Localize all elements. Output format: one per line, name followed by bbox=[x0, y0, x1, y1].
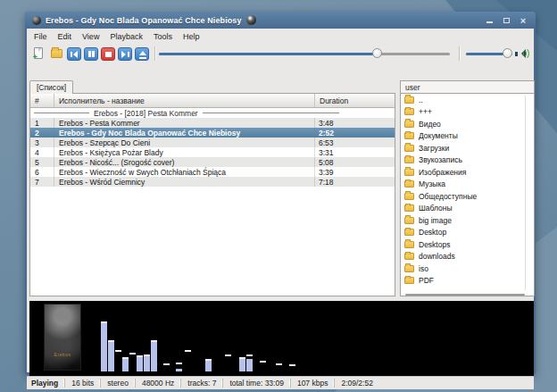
eject-button[interactable] bbox=[135, 47, 149, 61]
track-row-3[interactable]: 3Erebos - Szepcąc Do Cieni6:53 bbox=[30, 138, 395, 147]
file-browser-hscrollbar[interactable] bbox=[405, 294, 525, 296]
track-rows: 1Erebos - Pesta Kommer3:482Erebos - Gdy … bbox=[30, 118, 395, 187]
menu-tools[interactable]: Tools bbox=[154, 30, 180, 43]
next-track-button[interactable] bbox=[118, 47, 132, 61]
visualization-panel[interactable]: Erebos bbox=[29, 301, 534, 376]
file-browser-header[interactable]: user bbox=[400, 80, 535, 94]
column-number[interactable]: # bbox=[30, 94, 54, 107]
column-artist-title[interactable]: Исполнитель - название bbox=[54, 94, 315, 107]
folder-icon bbox=[404, 241, 414, 248]
folder-item[interactable]: .. bbox=[401, 94, 534, 106]
file-browser-scrollbar-track[interactable] bbox=[525, 96, 526, 290]
status-item: 16 bits bbox=[64, 379, 100, 388]
folder-label: Видео bbox=[419, 120, 441, 129]
folder-item[interactable]: +++ bbox=[401, 106, 534, 119]
spectrum-peak-cap bbox=[144, 354, 150, 356]
playlist-header[interactable]: # Исполнитель - название Duration bbox=[30, 94, 395, 108]
toolbar-separator bbox=[459, 46, 460, 61]
titlebar[interactable]: Erebos - Gdy Noc Blada Opanować Chce Nie… bbox=[25, 12, 536, 29]
playlist-tab[interactable]: [Список] bbox=[29, 80, 73, 94]
spectrum-bar bbox=[205, 361, 212, 371]
track-row-5[interactable]: 5Erebos - Nicość... (Srogość cover)5:08 bbox=[30, 157, 395, 167]
folder-label: Изображения bbox=[419, 168, 466, 177]
minimize-button[interactable] bbox=[485, 16, 494, 25]
menu-help[interactable]: Help bbox=[183, 30, 208, 43]
folder-icon bbox=[404, 265, 414, 272]
status-item: stereo bbox=[100, 379, 135, 388]
folder-item[interactable]: PDF bbox=[401, 275, 534, 288]
folder-item[interactable]: Документы bbox=[401, 130, 534, 143]
folder-icon bbox=[404, 108, 414, 115]
track-row-2[interactable]: 2Erebos - Gdy Noc Blada Opanować Chce Ni… bbox=[30, 128, 395, 138]
toolbar-separator bbox=[154, 46, 155, 61]
folder-item[interactable]: Загрузки bbox=[401, 142, 534, 154]
open-folder-icon bbox=[51, 49, 62, 58]
spectrum-peak-cap bbox=[122, 357, 129, 359]
folder-item[interactable]: Видео bbox=[401, 118, 534, 130]
menu-view[interactable]: View bbox=[82, 30, 107, 43]
folder-item[interactable]: Музыка bbox=[401, 179, 534, 191]
status-item: 48000 Hz bbox=[135, 379, 180, 388]
folder-item[interactable]: downloads bbox=[401, 251, 534, 263]
menu-edit[interactable]: Edit bbox=[58, 30, 80, 43]
open-folder-button[interactable] bbox=[49, 46, 64, 61]
volume-handle[interactable] bbox=[503, 48, 512, 58]
folder-label: iso bbox=[419, 264, 428, 273]
file-browser-list: ..+++ВидеоДокументыЗагрузкиЗвукозаписьИз… bbox=[400, 94, 535, 296]
spectrum-bar bbox=[151, 342, 157, 371]
folder-item[interactable]: Общедоступные bbox=[401, 190, 534, 203]
menu-file[interactable]: File bbox=[34, 30, 55, 43]
folder-item[interactable]: Desktop bbox=[401, 227, 534, 239]
menu-playback[interactable]: Playback bbox=[110, 30, 151, 43]
spectrum-peak-cap bbox=[101, 321, 107, 323]
seek-slider[interactable] bbox=[159, 46, 450, 61]
folder-icon bbox=[404, 204, 414, 212]
add-file-button[interactable]: + bbox=[31, 46, 46, 61]
spectrum-bar bbox=[122, 359, 129, 371]
status-bar: Playing16 bitsstereo48000 Hztracks: 7tot… bbox=[27, 376, 534, 389]
track-row-7[interactable]: 7Erebos - Wśród Ciemnicy7:18 bbox=[30, 177, 395, 187]
menu-bar: FileEditViewPlaybackToolsHelp bbox=[27, 29, 534, 44]
previous-track-button[interactable] bbox=[67, 47, 81, 61]
pause-button[interactable] bbox=[84, 47, 98, 61]
track-row-4[interactable]: 4Erebos - Księżyca Pożar Blady3:31 bbox=[30, 147, 395, 157]
folder-icon bbox=[404, 96, 414, 104]
spectrum-bar bbox=[246, 359, 253, 371]
folder-item[interactable]: big image bbox=[401, 214, 534, 227]
spectrum-peak-cap bbox=[185, 350, 191, 352]
album-group-row: Erebos - [2018] Pesta Kommer bbox=[30, 108, 395, 118]
folder-label: Звукозапись bbox=[419, 155, 462, 164]
folder-label: Шаблоны bbox=[419, 204, 453, 213]
status-item: Playing bbox=[27, 379, 64, 388]
folder-label: Музыка bbox=[419, 179, 445, 188]
close-button[interactable]: × bbox=[519, 16, 528, 25]
folder-label: Документы bbox=[419, 131, 458, 140]
seek-handle[interactable] bbox=[372, 48, 382, 58]
folder-item[interactable]: Шаблоны bbox=[401, 203, 534, 215]
status-item: tracks: 7 bbox=[180, 379, 222, 388]
track-row-1[interactable]: 1Erebos - Pesta Kommer3:48 bbox=[30, 118, 395, 128]
folder-label: Desktops bbox=[419, 240, 450, 249]
folder-item[interactable]: iso bbox=[401, 263, 534, 275]
track-row-6[interactable]: 6Erebos - Wieczność w Swych Otchłaniach … bbox=[30, 167, 395, 177]
app-icon bbox=[32, 16, 41, 25]
folder-icon bbox=[404, 193, 414, 200]
stop-button[interactable] bbox=[101, 47, 115, 61]
folder-item[interactable]: Desktops bbox=[401, 238, 534, 251]
folder-label: downloads bbox=[419, 252, 455, 261]
spectrum-bar bbox=[239, 359, 245, 371]
spectrum-bar bbox=[101, 323, 107, 371]
maximize-button[interactable] bbox=[502, 16, 511, 25]
column-duration[interactable]: Duration bbox=[315, 94, 395, 107]
folder-item[interactable]: Изображения bbox=[401, 166, 534, 179]
folder-item[interactable]: Звукозапись bbox=[401, 154, 534, 167]
spectrum-peak-cap bbox=[239, 357, 245, 359]
spectrum-peak-cap bbox=[108, 340, 114, 342]
album-art: Erebos bbox=[44, 304, 81, 371]
file-browser-path-label: user bbox=[405, 83, 420, 92]
folder-icon bbox=[404, 156, 414, 163]
speaker-icon[interactable] bbox=[515, 47, 528, 60]
spectrum-bar bbox=[176, 369, 182, 371]
spectrum-peak-cap bbox=[246, 354, 253, 356]
volume-slider[interactable] bbox=[466, 46, 512, 61]
